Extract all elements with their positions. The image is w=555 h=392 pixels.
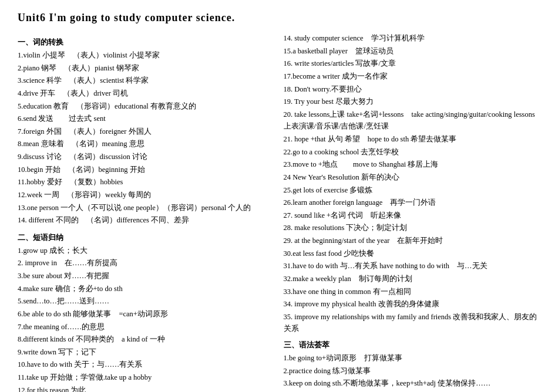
- list-item: 22.go to a cooking school 去烹饪学校: [284, 146, 538, 158]
- list-item: 30.eat less fast food 少吃快餐: [284, 248, 538, 260]
- content-wrapper: 一、词的转换 1.violin 小提琴 （表人）violinist 小提琴家2.…: [18, 32, 537, 392]
- list-item: 27. sound like +名词 代词 听起来像: [284, 209, 538, 222]
- list-item: 23.move to +地点 move to Shanghai 移居上海: [284, 158, 538, 171]
- list-item: 28. make resolutions 下决心；制定计划: [284, 222, 538, 234]
- list-item: 9.write down 写下；记下: [18, 346, 272, 359]
- list-item: 34. improve my physical health 改善我的身体健康: [284, 298, 538, 310]
- list-item: 8.mean 意味着 （名词）meaning 意思: [18, 138, 272, 150]
- list-item: 24 New Year's Resolution 新年的决心: [284, 171, 538, 184]
- page-container: Unit6 I'm going to study computer scienc…: [18, 12, 537, 392]
- list-item: 13.one person 一个人（不可以说 one people）（形容词）p…: [18, 202, 272, 214]
- list-item: 21. hope +that 从句 希望 hope to do sth 希望去做…: [284, 133, 538, 146]
- list-item: 25.get lots of exercise 多锻炼: [284, 184, 538, 197]
- list-item: 1.grow up 成长；长大: [18, 245, 272, 257]
- list-item: 7.the meaning of……的意思: [18, 321, 272, 333]
- list-item: 5.education 教育 （形容词）educational 有教育意义的: [18, 100, 272, 113]
- right-column: 14. study computer science 学习计算机科学15.a b…: [284, 32, 538, 392]
- page-title: Unit6 I'm going to study computer scienc…: [18, 12, 537, 24]
- list-item: 11.hobby 爱好 （复数）hobbies: [18, 176, 272, 188]
- list-item: 26.learn another foreign language 再学一门外语: [284, 197, 538, 209]
- list-item: 9.discuss 讨论 （名词）discussion 讨论: [18, 151, 272, 163]
- list-item: 2.piano 钢琴 （表人）pianist 钢琴家: [18, 62, 272, 75]
- right-items: 14. study computer science 学习计算机科学15.a b…: [284, 32, 538, 392]
- list-item: 2. improve in 在……有所提高: [18, 257, 272, 269]
- list-item: 19. Try your best 尽最大努力: [284, 96, 538, 108]
- list-item: 15.a basketball player 篮球运动员: [284, 45, 538, 58]
- list-item: 4.make sure 确信；务必+to do sth: [18, 283, 272, 295]
- list-item: 10.have to do with 关于；与……有关系: [18, 359, 272, 371]
- list-item: 1.be going to+动词原形 打算做某事: [284, 352, 538, 364]
- list-item: 3.science 科学 （表人）scientist 科学家: [18, 75, 272, 87]
- list-item: 8.different kinds of 不同种类的 a kind of 一种: [18, 333, 272, 346]
- section2-heading: 二、短语归纳: [18, 232, 272, 243]
- list-item: 20. take lessons上课 take+名词+lessons take …: [284, 109, 538, 133]
- list-item: 12.for this reason 为此: [18, 384, 272, 392]
- list-item: 14. different 不同的 （名词）differences 不同、差异: [18, 214, 272, 227]
- list-item: 3.be sure about 对……有把握: [18, 270, 272, 282]
- list-item: 2.practice doing 练习做某事: [284, 365, 538, 377]
- section1-heading: 一、词的转换: [18, 37, 272, 48]
- list-item: 12.week 一周 （形容词）weekly 每周的: [18, 189, 272, 201]
- list-item: 11.take up 开始做；学管做.take up a hobby: [18, 371, 272, 384]
- left-column: 一、词的转换 1.violin 小提琴 （表人）violinist 小提琴家2.…: [18, 32, 272, 392]
- list-item: 4.drive 开车 （表人）driver 司机: [18, 87, 272, 100]
- list-item: 10.begin 开始 （名词）beginning 开始: [18, 164, 272, 176]
- list-item: 33.have one thing in common 有一点相同: [284, 286, 538, 298]
- list-item: 29. at the beginning/start of the year 在…: [284, 235, 538, 247]
- list-item: 16. write stories/articles 写故事/文章: [284, 58, 538, 70]
- list-item: 31.have to do with 与…有关系 have nothing to…: [284, 260, 538, 272]
- list-item: 18. Don't worry.不要担心: [284, 83, 538, 96]
- list-item: 35. improve my relationships with my fam…: [284, 311, 538, 335]
- section1-items: 1.violin 小提琴 （表人）violinist 小提琴家2.piano 钢…: [18, 49, 272, 227]
- section2-items: 1.grow up 成长；长大2. improve in 在……有所提高3.be…: [18, 245, 272, 392]
- list-item: 6.be able to do sth 能够做某事 =can+动词原形: [18, 308, 272, 320]
- list-item: 7.foreign 外国 （表人）foreigner 外国人: [18, 126, 272, 138]
- list-item: 5.send…to…把……送到……: [18, 295, 272, 307]
- list-item: 17.become a writer 成为一名作家: [284, 70, 538, 83]
- list-item: 32.make a weekly plan 制订每周的计划: [284, 273, 538, 285]
- list-item: 3.keep on doing sth.不断地做某事，keep+sth+adj …: [284, 377, 538, 390]
- list-item: 6.send 发送 过去式 sent: [18, 113, 272, 125]
- list-item: 14. study computer science 学习计算机科学: [284, 32, 538, 45]
- list-item: 1.violin 小提琴 （表人）violinist 小提琴家: [18, 49, 272, 62]
- section3-heading: 三、语法荟萃: [284, 340, 538, 350]
